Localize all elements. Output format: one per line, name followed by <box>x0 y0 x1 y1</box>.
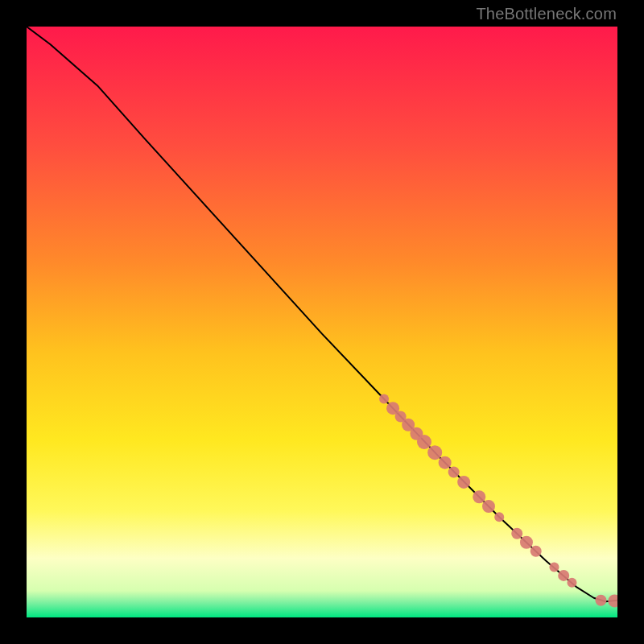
data-point <box>417 435 431 449</box>
gradient-background <box>27 27 617 617</box>
data-point <box>482 500 495 513</box>
data-point <box>439 456 452 469</box>
data-point <box>520 536 533 549</box>
data-point <box>457 476 470 489</box>
data-point <box>595 595 606 606</box>
data-point <box>558 570 569 581</box>
data-point <box>511 528 522 539</box>
data-point <box>549 563 559 572</box>
data-point <box>494 512 504 522</box>
data-point <box>530 546 542 557</box>
chart-plot <box>27 27 617 617</box>
data-point <box>448 466 460 477</box>
data-point <box>379 394 389 403</box>
attribution-label: TheBottleneck.com <box>476 5 617 23</box>
data-point <box>473 490 485 503</box>
data-point <box>427 445 442 460</box>
data-point <box>567 578 576 588</box>
chart-frame: TheBottleneck.com <box>0 0 644 644</box>
